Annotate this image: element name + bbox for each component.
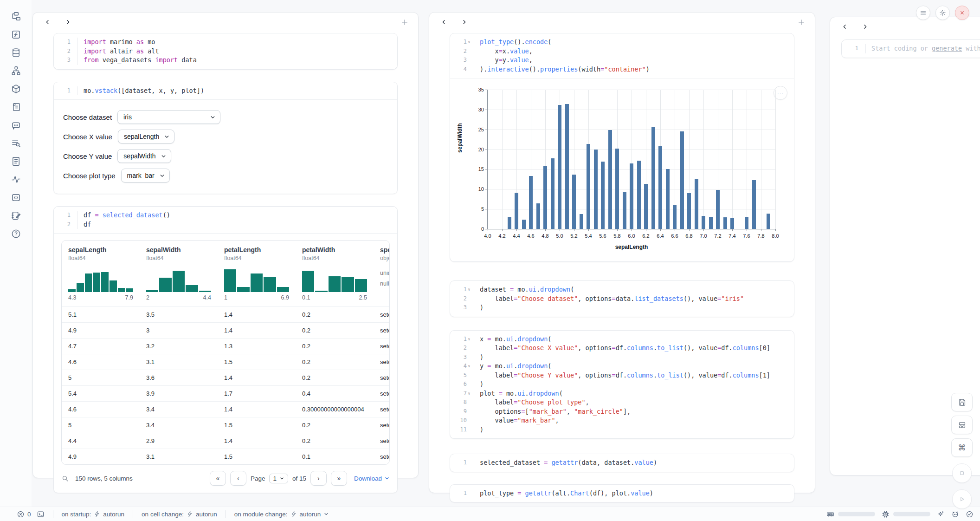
code-editor[interactable]: 1∨dataset = mo.ui.dropdown(2 label="Choo…: [450, 281, 794, 317]
code-line[interactable]: 6): [450, 380, 794, 389]
code-editor[interactable]: 1∨x = mo.ui.dropdown(2 label="Choose X v…: [450, 331, 794, 439]
add-cell-icon[interactable]: [400, 18, 409, 26]
code-line[interactable]: 2 x=x.value,: [450, 47, 794, 56]
code-editor[interactable]: 1df = selected_dataset()2df: [54, 207, 397, 233]
generate-with-ai-link[interactable]: generate: [932, 45, 962, 52]
column-header[interactable]: petalLengthfloat6416.9: [218, 241, 296, 306]
documentation-icon[interactable]: [10, 155, 22, 167]
file-explorer-icon[interactable]: [10, 10, 22, 22]
datasources-icon[interactable]: [10, 46, 22, 59]
keyboard-shortcuts-button[interactable]: ⌘: [951, 438, 973, 457]
download-button[interactable]: Download: [354, 475, 390, 482]
last-page-button[interactable]: »: [331, 471, 347, 486]
dropdown-select[interactable]: sepalWidth: [117, 149, 171, 163]
code-line[interactable]: 1mo.vstack([dataset, x, y, plot]): [54, 86, 397, 96]
column-prev-icon[interactable]: [440, 19, 448, 26]
editor-placeholder[interactable]: Start coding or generate with: [866, 44, 980, 53]
code-line[interactable]: 2 label="Choose X value", options=df.col…: [450, 344, 794, 353]
code-line[interactable]: 2df: [54, 220, 397, 229]
column-prev-icon[interactable]: [841, 23, 849, 31]
cell-plot-encode[interactable]: 1∨plot_type().encode(2 x=x.value,3 y=y.v…: [450, 33, 794, 262]
cell-xy-plot-dropdowns[interactable]: 1∨x = mo.ui.dropdown(2 label="Choose X v…: [450, 330, 794, 439]
on-startup-setting[interactable]: on startup: autorun: [62, 511, 125, 518]
code-line[interactable]: 1import marimo as mo: [54, 38, 397, 47]
code-line[interactable]: 1∨plot_type().encode(: [450, 38, 794, 47]
close-icon[interactable]: [955, 6, 969, 20]
code-line[interactable]: 1∨dataset = mo.ui.dropdown(: [450, 285, 794, 294]
code-line[interactable]: 2import altair as alt: [54, 47, 397, 56]
memory-usage[interactable]: [826, 510, 875, 518]
dropdown-select[interactable]: sepalLength: [118, 130, 174, 143]
cell-plot-type[interactable]: 1plot_type = getattr(alt.Chart(df), plot…: [450, 484, 794, 503]
chat-assistant-icon[interactable]: [10, 119, 22, 131]
code-line[interactable]: 10 value="mark_bar",: [450, 416, 794, 425]
column-header[interactable]: sepalWidthfloat6424.4: [140, 241, 218, 306]
code-line[interactable]: 4∨y = mo.ui.dropdown(: [450, 362, 794, 371]
stop-kernel-button[interactable]: [952, 463, 972, 483]
column-header[interactable]: speciesobjectuniquenulls:: [374, 241, 390, 306]
code-line[interactable]: 5 label="Choose Y value", options=df.col…: [450, 371, 794, 380]
copilot-icon[interactable]: [951, 510, 959, 518]
cell-selected-dataset[interactable]: 1selected_dataset = getattr(data, datase…: [450, 454, 794, 472]
column-header[interactable]: sepalLengthfloat644.37.9: [62, 241, 140, 306]
cell-vstack[interactable]: 1mo.vstack([dataset, x, y, plot]) Choose…: [53, 82, 398, 195]
layout-select-button[interactable]: [951, 416, 973, 434]
packages-icon[interactable]: [10, 83, 22, 95]
code-editor[interactable]: 1selected_dataset = getattr(data, datase…: [450, 454, 794, 472]
next-page-button[interactable]: ›: [310, 471, 327, 486]
cell-dataset-dropdown[interactable]: 1∨dataset = mo.ui.dropdown(2 label="Choo…: [450, 280, 794, 317]
code-editor[interactable]: 1mo.vstack([dataset, x, y, plot]): [54, 82, 397, 100]
run-all-button[interactable]: [952, 489, 972, 509]
code-line[interactable]: 1selected_dataset = getattr(data, datase…: [450, 458, 794, 468]
on-cell-change-setting[interactable]: on cell change: autorun: [142, 511, 217, 518]
code-line[interactable]: 2 label="Choose dataset", options=data.l…: [450, 294, 794, 304]
settings-gear-icon[interactable]: [935, 6, 950, 20]
save-button[interactable]: [951, 393, 973, 411]
functions-icon[interactable]: [10, 28, 22, 40]
code-line[interactable]: 1∨x = mo.ui.dropdown(: [450, 335, 794, 344]
code-line[interactable]: 3from vega_datasets import data: [54, 56, 397, 65]
code-line[interactable]: 11): [450, 425, 794, 435]
first-page-button[interactable]: «: [210, 471, 226, 486]
code-line[interactable]: 1plot_type = getattr(alt.Chart(df), plot…: [450, 489, 794, 498]
kernel-status-check-icon[interactable]: [966, 510, 974, 518]
code-editor[interactable]: 1plot_type = getattr(alt.Chart(df), plot…: [450, 485, 794, 502]
code-line[interactable]: 8 label="Choose plot type",: [450, 398, 794, 407]
page-select[interactable]: 1: [269, 474, 288, 483]
add-cell-icon[interactable]: [797, 18, 806, 26]
search-logs-icon[interactable]: [10, 137, 22, 149]
cell-empty-editor[interactable]: 1 Start coding or generate with: [841, 39, 980, 58]
column-next-icon[interactable]: [862, 23, 869, 31]
code-editor[interactable]: 1import marimo as mo2import altair as al…: [54, 33, 397, 69]
code-editor[interactable]: 1∨plot_type().encode(2 x=x.value,3 y=y.v…: [450, 33, 794, 78]
help-icon[interactable]: [10, 228, 22, 240]
code-line[interactable]: 4).interactive().properties(width="conta…: [450, 65, 794, 74]
dropdown-select[interactable]: iris: [117, 110, 220, 124]
cpu-usage[interactable]: [882, 510, 930, 518]
code-line[interactable]: 1df = selected_dataset(): [54, 211, 397, 220]
column-next-icon[interactable]: [64, 19, 72, 26]
cell-imports[interactable]: 1import marimo as mo2import altair as al…: [53, 33, 398, 70]
dropdown-select[interactable]: mark_bar: [121, 169, 170, 182]
code-line[interactable]: 3): [450, 303, 794, 313]
code-line[interactable]: 3): [450, 353, 794, 362]
code-line[interactable]: 3 y=y.value,: [450, 56, 794, 65]
code-line[interactable]: 9 options=["mark_bar", "mark_circle"],: [450, 407, 794, 417]
column-prev-icon[interactable]: [44, 19, 52, 26]
snippets-icon[interactable]: [10, 191, 22, 203]
on-module-change-setting[interactable]: on module change: autorun: [234, 511, 329, 518]
column-next-icon[interactable]: [461, 19, 468, 26]
terminal-icon[interactable]: [37, 510, 45, 518]
search-icon[interactable]: [61, 475, 69, 482]
chart-output[interactable]: ··· 051015202530354.04.24.44.64.85.05.25…: [450, 78, 794, 261]
menu-icon[interactable]: [916, 6, 930, 20]
dependency-graph-icon[interactable]: [10, 65, 22, 77]
column-header[interactable]: petalWidthfloat640.12.5: [296, 241, 374, 306]
scratchpad-icon[interactable]: [10, 209, 22, 221]
prev-page-button[interactable]: ‹: [230, 471, 246, 486]
errors-indicator[interactable]: 0: [17, 510, 31, 518]
ai-sparkles-icon[interactable]: [937, 510, 945, 518]
logs-icon[interactable]: [10, 101, 22, 113]
code-line[interactable]: 1 Start coding or generate with: [842, 44, 980, 53]
altair-bar-chart[interactable]: 051015202530354.04.24.44.64.85.05.25.45.…: [487, 90, 775, 229]
